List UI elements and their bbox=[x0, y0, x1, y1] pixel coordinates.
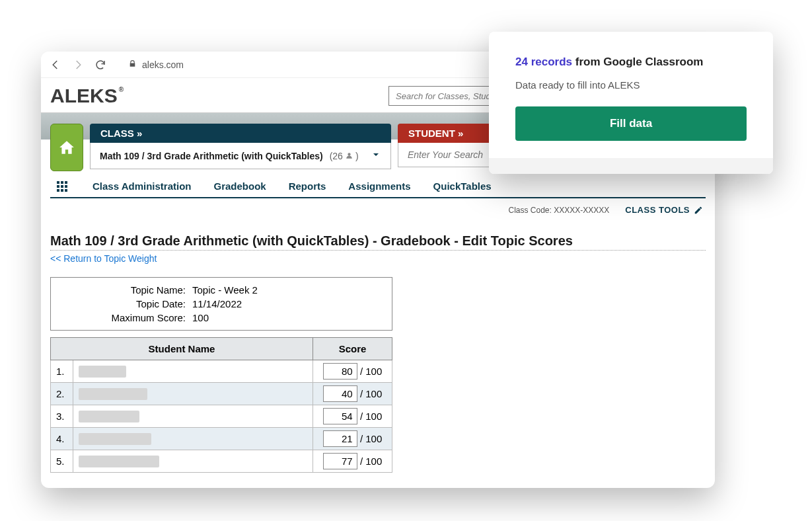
back-button[interactable] bbox=[48, 57, 63, 73]
score-input[interactable] bbox=[323, 363, 357, 380]
score-input[interactable] bbox=[323, 408, 357, 424]
nav-quicktables[interactable]: QuickTables bbox=[433, 180, 492, 192]
score-cell: / 100 bbox=[313, 405, 392, 428]
max-score-label: Maximum Score: bbox=[60, 312, 192, 323]
person-icon bbox=[345, 151, 353, 160]
student-name-cell bbox=[73, 450, 313, 473]
class-tab-header[interactable]: CLASS » bbox=[90, 124, 391, 143]
fill-data-popup: 24 records from Google Classroom Data re… bbox=[489, 32, 773, 174]
logo: ALEKS® bbox=[50, 85, 122, 107]
page-title: Math 109 / 3rd Grade Arithmetic (with Qu… bbox=[50, 233, 706, 251]
main-nav: Class Administration Gradebook Reports A… bbox=[41, 171, 715, 197]
topic-date-value: 11/14/2022 bbox=[192, 298, 242, 309]
col-score: Score bbox=[313, 338, 392, 360]
records-count: 24 records bbox=[515, 56, 572, 68]
score-input[interactable] bbox=[323, 430, 357, 447]
arrow-right-icon bbox=[72, 59, 84, 71]
apps-icon[interactable] bbox=[57, 181, 70, 192]
popup-subtext: Data ready to fill into ALEKS bbox=[515, 79, 747, 91]
score-cell: / 100 bbox=[313, 450, 392, 473]
class-tools-link[interactable]: CLASS TOOLS bbox=[625, 205, 703, 215]
row-index: 3. bbox=[51, 405, 73, 428]
topic-info-box: Topic Name:Topic - Week 2 Topic Date:11/… bbox=[50, 277, 392, 331]
edit-icon bbox=[694, 206, 703, 215]
class-code: Class Code: XXXXX-XXXXX bbox=[509, 206, 610, 215]
table-row: 1. / 100 bbox=[51, 360, 392, 383]
topic-name-label: Topic Name: bbox=[60, 284, 192, 296]
table-row: 2. / 100 bbox=[51, 383, 392, 405]
score-input[interactable] bbox=[323, 453, 357, 469]
chevron-down-icon bbox=[371, 149, 381, 162]
score-cell: / 100 bbox=[313, 428, 392, 450]
class-tab-body[interactable]: Math 109 / 3rd Grade Arithmetic (with Qu… bbox=[90, 143, 391, 169]
score-input[interactable] bbox=[323, 385, 357, 402]
nav-assignments[interactable]: Assignments bbox=[348, 180, 410, 192]
score-table: Student Name Score 1. / 1002. / 1003. / … bbox=[50, 337, 392, 473]
row-index: 2. bbox=[51, 383, 73, 405]
table-row: 3. / 100 bbox=[51, 405, 392, 428]
arrow-left-icon bbox=[50, 59, 61, 71]
table-row: 4. / 100 bbox=[51, 428, 392, 450]
score-cell: / 100 bbox=[313, 383, 392, 405]
score-denom: / 100 bbox=[360, 411, 382, 422]
score-denom: / 100 bbox=[360, 388, 382, 399]
student-name-cell bbox=[73, 360, 313, 383]
class-name: Math 109 / 3rd Grade Arithmetic (with Qu… bbox=[100, 151, 323, 161]
fill-data-button[interactable]: Fill data bbox=[515, 106, 747, 141]
max-score-value: 100 bbox=[192, 312, 209, 323]
row-index: 4. bbox=[51, 428, 73, 450]
reload-button[interactable] bbox=[92, 57, 108, 73]
score-denom: / 100 bbox=[360, 433, 382, 444]
score-denom: / 100 bbox=[360, 366, 382, 377]
row-index: 5. bbox=[51, 450, 73, 473]
topic-date-label: Topic Date: bbox=[60, 298, 192, 309]
nav-reports[interactable]: Reports bbox=[289, 180, 326, 192]
col-student-name: Student Name bbox=[51, 338, 313, 360]
student-name-cell bbox=[73, 428, 313, 450]
home-button[interactable] bbox=[50, 124, 83, 171]
home-icon bbox=[58, 139, 75, 156]
score-cell: / 100 bbox=[313, 360, 392, 383]
forward-button[interactable] bbox=[70, 57, 86, 73]
popup-footer bbox=[489, 158, 773, 174]
nav-class-admin[interactable]: Class Administration bbox=[92, 180, 191, 192]
table-row: 5. / 100 bbox=[51, 450, 392, 473]
student-name-cell bbox=[73, 405, 313, 428]
class-selector: CLASS » Math 109 / 3rd Grade Arithmetic … bbox=[90, 124, 391, 169]
student-name-cell bbox=[73, 383, 313, 405]
records-suffix: from Google Classroom bbox=[575, 56, 704, 68]
url-text: aleks.com bbox=[142, 60, 184, 70]
class-count: (26 ) bbox=[330, 151, 359, 161]
return-link[interactable]: << Return to Topic Weight bbox=[50, 253, 706, 264]
row-index: 1. bbox=[51, 360, 73, 383]
nav-gradebook[interactable]: Gradebook bbox=[213, 180, 266, 192]
popup-headline: 24 records from Google Classroom bbox=[515, 56, 747, 69]
topic-name-value: Topic - Week 2 bbox=[192, 284, 258, 296]
score-denom: / 100 bbox=[360, 456, 382, 467]
reload-icon bbox=[94, 59, 106, 71]
lock-icon bbox=[128, 60, 137, 70]
sub-info-bar: Class Code: XXXXX-XXXXX CLASS TOOLS bbox=[41, 198, 715, 215]
